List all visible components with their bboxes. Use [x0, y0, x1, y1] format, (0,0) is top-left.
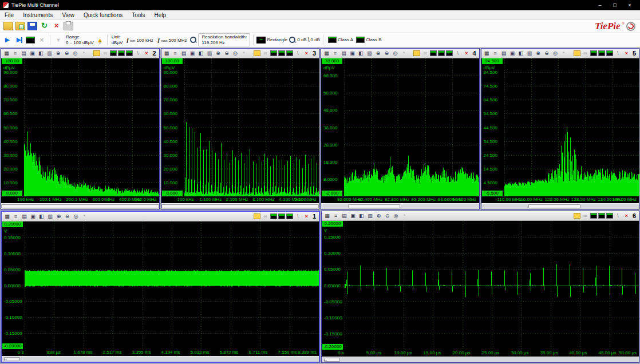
layout-icon[interactable]: ▣ [349, 212, 357, 220]
one-shot-button[interactable]: ▶ [14, 35, 24, 45]
zoom-in-icon[interactable]: ⊕ [535, 50, 542, 57]
close-panel-icon[interactable]: × [303, 213, 310, 220]
rbw-zoom-icon[interactable] [189, 36, 197, 43]
scrollbar-handle[interactable] [528, 204, 580, 208]
close-button[interactable]: × [622, 0, 637, 10]
layout-icon[interactable]: ▣ [509, 50, 516, 57]
scrollbar-handle[interactable] [348, 204, 400, 208]
zoom-reset-icon[interactable]: ◎ [72, 50, 79, 57]
plot-area[interactable] [24, 58, 159, 196]
scroll-grip-icon[interactable]: ↔ [323, 357, 327, 362]
screen-c-icon[interactable] [286, 50, 293, 56]
graph-panel-2[interactable]: ▦≡▤▣◧▥⊕⊖◎*∞\×2100.00dBµV90.00080.00070.0… [1, 48, 160, 209]
screen-b-icon[interactable] [598, 50, 605, 56]
print-icon[interactable] [64, 22, 73, 30]
refresh-icon[interactable]: ↻ [39, 22, 49, 30]
menu-quick-functions[interactable]: Quick functions [79, 10, 127, 19]
zoom-out-icon[interactable]: ⊖ [223, 50, 231, 57]
y-axis[interactable]: 100.00dBµV90.00080.00070.00060.00050.000… [1, 58, 24, 196]
table-icon[interactable]: ▥ [526, 50, 534, 57]
layout-icon[interactable]: ▣ [349, 50, 356, 57]
scrollbar-handle[interactable] [161, 204, 319, 208]
settings-icon[interactable]: \ [614, 50, 622, 57]
menu-help[interactable]: Help [150, 10, 171, 19]
graph-panel-3[interactable]: ▦≡▤▣◧▥⊕⊖◎*∞\×3100.00dBµV90.00080.00070.0… [161, 48, 320, 209]
settings-icon[interactable]: \ [454, 50, 461, 57]
rbw-field[interactable]: Resolution bandwidth: 119.209 Hz [198, 33, 250, 46]
fmin-field[interactable]: fmin 100 kHz [125, 37, 155, 43]
zoom-out-icon[interactable]: ⊖ [64, 213, 71, 220]
menu-instruments[interactable]: Instruments [18, 10, 57, 19]
screen-b-icon[interactable] [598, 213, 605, 219]
split-icon[interactable]: ◧ [358, 212, 365, 220]
zoom-reset-icon[interactable]: ◎ [392, 212, 400, 220]
screen-a-icon[interactable] [430, 50, 437, 56]
source-list-icon[interactable]: ≡ [172, 50, 179, 57]
properties-icon[interactable]: ▦ [3, 50, 10, 57]
screen-b-icon[interactable] [438, 50, 445, 56]
screen-c-icon[interactable] [126, 50, 133, 56]
screen-b-icon[interactable] [278, 50, 285, 56]
source-list-icon[interactable]: ≡ [332, 212, 339, 220]
layout-icon[interactable]: ▣ [189, 50, 196, 57]
comment-icon[interactable] [574, 50, 580, 56]
h-scrollbar[interactable] [481, 203, 639, 209]
source-list-icon[interactable]: ≡ [331, 50, 339, 57]
h-scrollbar[interactable] [161, 203, 319, 209]
stop-button[interactable]: × [37, 35, 47, 45]
menu-file[interactable]: File [0, 10, 18, 19]
close-panel-icon[interactable]: × [623, 212, 630, 220]
source-list-icon[interactable]: ≡ [492, 50, 499, 57]
y-axis[interactable]: 94.500dBµV84.50074.50064.50054.50044.500… [481, 58, 504, 196]
fmax-field[interactable]: fmax 500 MHz [156, 37, 189, 43]
h-scrollbar[interactable] [1, 203, 159, 209]
graph-panel-5[interactable]: ▦≡▤▣◧▥⊕⊖◎*∞\×594.500dBµV84.50074.50064.5… [481, 48, 640, 209]
zoom-in-icon[interactable]: ⊕ [55, 213, 62, 220]
properties-icon[interactable]: ▦ [323, 212, 331, 220]
y-axis[interactable]: 0.20000V0.150000.100000.050000.00000-0.0… [2, 221, 25, 349]
comment-icon[interactable] [254, 50, 260, 56]
split-icon[interactable]: ◧ [197, 50, 205, 57]
split-icon[interactable]: ◧ [357, 50, 365, 57]
window-function-label[interactable]: Rectangle [267, 37, 287, 42]
split-icon[interactable]: ◧ [38, 213, 45, 220]
y-axis[interactable]: 78.000dBµV68.00058.00048.00038.00028.000… [321, 58, 344, 196]
graph-panel-1[interactable]: ▦≡▤▣◧▥⊕⊖◎*∞\×10.20000V0.150000.100000.05… [1, 211, 320, 363]
graph-panel-4[interactable]: ▦≡▤▣◧▥⊕⊖◎*∞\×478.000dBµV68.00058.00048.0… [321, 48, 480, 209]
settings-icon[interactable]: \ [294, 213, 302, 220]
grid-icon[interactable]: ▤ [340, 50, 347, 57]
properties-icon[interactable]: ▦ [323, 50, 330, 57]
pin-icon[interactable]: * [80, 50, 88, 57]
scroll-grip-icon[interactable]: ↔ [3, 357, 7, 362]
split-icon[interactable]: ◧ [517, 50, 525, 57]
screen-a-icon[interactable] [110, 50, 117, 56]
menu-view[interactable]: View [57, 10, 79, 19]
h-scrollbar[interactable]: ↔ [322, 357, 639, 362]
screen-c-icon[interactable] [446, 50, 453, 56]
layout-icon[interactable]: ▣ [29, 213, 37, 220]
menu-tools[interactable]: Tools [127, 10, 149, 19]
comment-icon[interactable] [574, 213, 580, 219]
pin-icon[interactable]: * [81, 213, 88, 220]
source-list-icon[interactable]: ≡ [11, 50, 19, 57]
screen-c-icon[interactable] [606, 213, 613, 219]
plot-area[interactable] [345, 221, 639, 350]
screen-c-icon[interactable] [606, 50, 613, 56]
zoom-in-icon[interactable]: ⊕ [215, 50, 222, 57]
comment-icon[interactable] [413, 50, 420, 56]
grid-icon[interactable]: ▤ [180, 50, 188, 57]
properties-icon[interactable]: ▦ [483, 50, 491, 57]
open-icon[interactable] [3, 22, 13, 30]
display-button[interactable] [25, 35, 35, 45]
grid-icon[interactable]: ▤ [20, 50, 27, 57]
settings-icon[interactable]: \ [294, 50, 302, 57]
zoom-reset-icon[interactable]: ◎ [232, 50, 239, 57]
save-icon[interactable] [27, 22, 37, 30]
settings-icon[interactable]: \ [614, 212, 622, 220]
zoom-out-icon[interactable]: ⊖ [543, 50, 551, 57]
pin-icon[interactable]: * [400, 50, 408, 57]
comment-icon[interactable] [93, 50, 100, 56]
plot-area[interactable] [344, 58, 479, 196]
zoom-reset-icon[interactable]: ◎ [392, 50, 399, 57]
scrollbar-handle[interactable] [1, 204, 159, 208]
